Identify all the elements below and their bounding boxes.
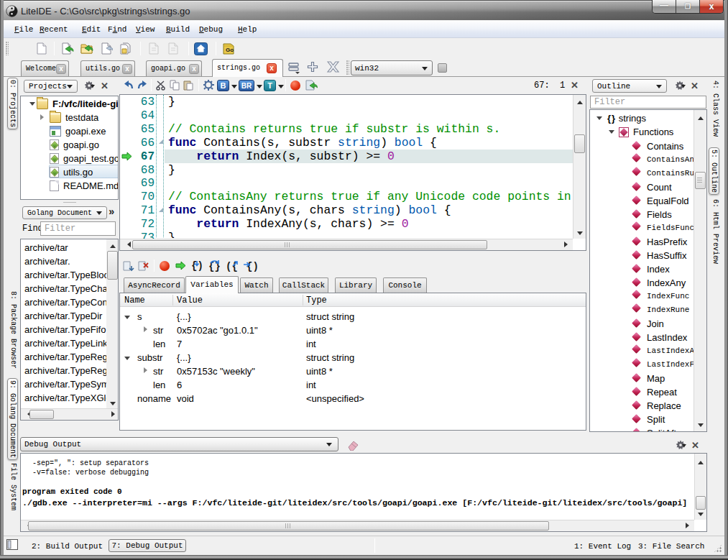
svg-text:{): {) (246, 261, 259, 272)
svg-text:Go: Go (226, 47, 234, 53)
